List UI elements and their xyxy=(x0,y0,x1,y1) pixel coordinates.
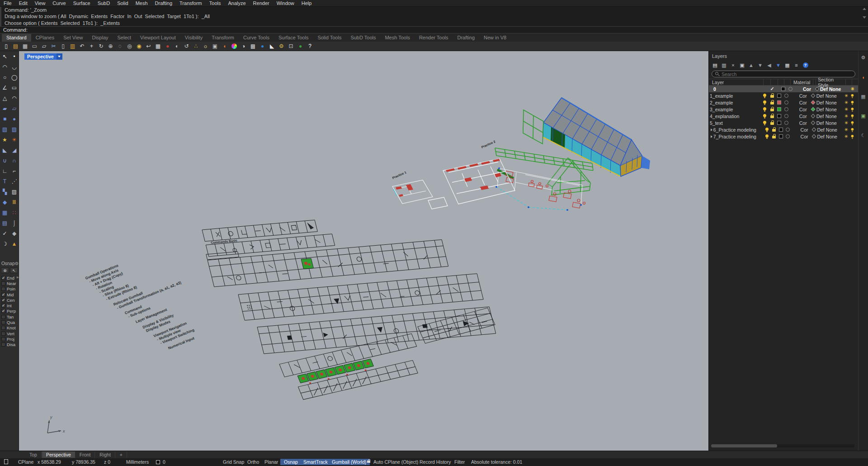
texture-icon[interactable]: ▩ xyxy=(248,42,258,51)
osnap-checkbox-row[interactable]: Disa xyxy=(0,342,19,347)
layer-visibility-toggle[interactable] xyxy=(761,113,769,119)
menu-item[interactable]: File xyxy=(0,0,15,6)
layer-material-default[interactable]: Def xyxy=(817,127,826,133)
circle-icon[interactable]: ○ xyxy=(0,72,9,82)
search-input[interactable] xyxy=(722,71,852,77)
curve-icon[interactable]: ◠ xyxy=(0,62,9,72)
osnap-project-icon[interactable]: ⊕ xyxy=(1,267,9,273)
orbit-icon[interactable]: ↻ xyxy=(96,42,106,51)
boolean-union-icon[interactable]: ∪ xyxy=(0,155,9,166)
osnap-checkbox-row[interactable]: Near xyxy=(0,281,19,286)
grid-snap-toggle[interactable]: Grid Snap xyxy=(223,459,244,465)
menu-item[interactable]: Window xyxy=(273,0,298,6)
cut-icon[interactable]: ✂ xyxy=(49,42,58,51)
layer-visibility-toggle[interactable] xyxy=(761,106,769,113)
layer-section-style[interactable]: None xyxy=(826,127,844,133)
menu-item[interactable]: Drafting xyxy=(151,0,176,6)
toolbar-tab[interactable]: Set View xyxy=(59,34,87,42)
zoom-window-icon[interactable]: ◌ xyxy=(115,42,125,51)
layer-linetype-circle[interactable] xyxy=(783,113,790,119)
layer-material-name[interactable]: Cor xyxy=(799,107,810,112)
layer-name[interactable]: 3_example xyxy=(710,107,761,112)
layer-color-swatch[interactable] xyxy=(776,99,783,106)
panel-display-icon[interactable]: ▦ xyxy=(860,93,867,100)
sphere-icon[interactable]: ● xyxy=(9,114,19,124)
layer-linetype-circle[interactable] xyxy=(783,106,790,113)
layer-lock-toggle[interactable] xyxy=(769,119,776,126)
checkbox[interactable] xyxy=(1,293,5,297)
chevron-down-icon[interactable] xyxy=(57,53,62,60)
auto-cplane-toggle[interactable]: Auto CPlane (Object) xyxy=(373,459,418,465)
layer-color-swatch[interactable] xyxy=(776,119,783,126)
bulb-small-icon[interactable] xyxy=(850,100,854,105)
material-diamond-icon[interactable] xyxy=(810,114,816,118)
layer-name[interactable]: 4_explanation xyxy=(710,114,761,119)
layer-settings-icon[interactable]: ✳ xyxy=(844,100,848,105)
settings-gear-icon[interactable]: ⚙ xyxy=(277,42,286,51)
split-icon[interactable]: ◢ xyxy=(9,145,19,155)
columns-grid-icon[interactable]: ▦ xyxy=(784,62,791,69)
layer-menu-icon[interactable]: ≡ xyxy=(793,62,800,69)
osnap-checkbox-row[interactable]: Perp xyxy=(0,309,19,314)
menu-item[interactable]: Help xyxy=(298,0,316,6)
filter-toggle[interactable]: Filter xyxy=(454,459,465,465)
menu-item[interactable]: Analyze xyxy=(224,0,249,6)
layer-linetype-circle[interactable] xyxy=(784,126,792,133)
notebook-icon[interactable]: ▤ xyxy=(0,218,9,228)
layer-name[interactable]: 2_example xyxy=(710,100,761,105)
layer-section-style[interactable]: None xyxy=(826,114,844,119)
undo-view-icon[interactable]: ↩ xyxy=(144,42,153,51)
layer-material-default[interactable]: Def xyxy=(816,114,826,119)
layer-section-style[interactable]: None xyxy=(826,93,844,99)
layer-color-swatch[interactable] xyxy=(776,106,783,113)
fillet-icon[interactable]: ∟ xyxy=(0,166,9,176)
layer-material-default[interactable]: Def xyxy=(820,86,829,92)
scroll-down-icon[interactable] xyxy=(863,16,866,19)
osnap-checkbox-row[interactable]: Tan xyxy=(0,314,19,319)
ellipse-icon[interactable]: ◯ xyxy=(9,72,19,82)
viewport-tab[interactable]: Right xyxy=(95,452,115,458)
new-layer-icon[interactable]: ▤ xyxy=(712,62,718,69)
perspective-viewport[interactable]: Practice 2 Practice 1 Commands Basic xyxy=(19,51,708,451)
layer-settings-icon[interactable]: ✳ xyxy=(844,134,848,139)
material-diamond-icon[interactable] xyxy=(810,108,816,111)
layer-material-default[interactable]: Def xyxy=(816,107,826,112)
bulb-small-icon[interactable] xyxy=(850,128,854,132)
edit-points-icon[interactable]: ⋰ xyxy=(9,176,19,186)
rectangle-icon[interactable]: ▭ xyxy=(9,82,19,93)
pan-icon[interactable]: + xyxy=(87,42,96,51)
layer-material-default[interactable]: Def xyxy=(816,100,826,105)
layer-settings-icon[interactable]: ✳ xyxy=(844,114,848,119)
layer-row[interactable]: 3_example ✓ Cor Def None ✳ xyxy=(709,106,858,113)
panel-moon-icon[interactable]: ☾ xyxy=(860,132,867,139)
grasshopper-icon[interactable]: ● xyxy=(296,42,305,51)
panel-render-icon[interactable]: ◖ xyxy=(860,74,867,81)
menu-item[interactable]: Mesh xyxy=(132,0,151,6)
panel-image-icon[interactable]: ▣ xyxy=(860,113,867,119)
layer-lock-toggle[interactable] xyxy=(769,99,776,106)
material-diamond-icon[interactable] xyxy=(810,101,816,104)
toolbar-tab[interactable]: Select xyxy=(113,34,136,42)
color-wheel-icon[interactable]: ● xyxy=(229,42,239,51)
toolbar-tab[interactable]: Render Tools xyxy=(415,34,453,42)
zoom-target-icon[interactable]: ◉ xyxy=(134,42,144,51)
toolbar-tab[interactable]: Solid Tools xyxy=(313,34,346,42)
osnap-more-icon[interactable]: » xyxy=(16,275,19,280)
osnap-cursor-icon[interactable]: ↖ xyxy=(10,267,18,273)
hatch-icon[interactable]: ▨ xyxy=(9,186,19,197)
toolbar-tab[interactable]: Visibility xyxy=(180,34,208,42)
layer-section-style[interactable]: None xyxy=(826,134,844,139)
collapse-icon[interactable]: ◀ xyxy=(766,62,773,69)
layer-settings-icon[interactable]: ✳ xyxy=(844,93,848,98)
layer-row[interactable]: 1_example ✓ Cor Def None ✳ xyxy=(709,92,858,99)
text-icon[interactable]: T xyxy=(0,176,9,186)
array-icon[interactable]: ▦ xyxy=(0,207,9,218)
environment-icon[interactable]: ● xyxy=(258,42,267,51)
solid-icon[interactable]: ◆ xyxy=(0,197,9,207)
layer-linetype-circle[interactable] xyxy=(783,92,790,99)
layer-color-swatch[interactable] xyxy=(777,126,784,133)
zoom-selected-icon[interactable]: ◎ xyxy=(125,42,134,51)
layer-material-default[interactable]: Def xyxy=(816,120,826,126)
layer-row[interactable]: 2_example ✓ Cor Def None ✳ xyxy=(709,99,858,106)
command-input[interactable]: Command: xyxy=(0,26,868,33)
